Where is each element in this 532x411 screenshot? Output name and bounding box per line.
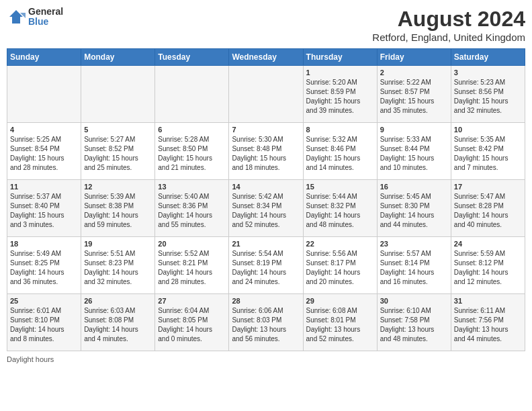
day-info: Sunrise: 5:22 AM Sunset: 8:57 PM Dayligh… [380, 78, 448, 116]
calendar-cell: 8Sunrise: 5:32 AM Sunset: 8:46 PM Daylig… [303, 123, 377, 180]
day-number: 23 [380, 240, 448, 248]
calendar-cell: 3Sunrise: 5:23 AM Sunset: 8:56 PM Daylig… [451, 66, 525, 123]
calendar-cell: 14Sunrise: 5:42 AM Sunset: 8:34 PM Dayli… [229, 180, 303, 237]
day-info: Sunrise: 6:11 AM Sunset: 7:56 PM Dayligh… [454, 306, 522, 344]
day-info: Sunrise: 5:59 AM Sunset: 8:12 PM Dayligh… [454, 249, 522, 287]
day-info: Sunrise: 5:25 AM Sunset: 8:54 PM Dayligh… [10, 135, 78, 173]
calendar-cell: 17Sunrise: 5:47 AM Sunset: 8:28 PM Dayli… [451, 180, 525, 237]
calendar-cell: 16Sunrise: 5:45 AM Sunset: 8:30 PM Dayli… [377, 180, 451, 237]
day-info: Sunrise: 5:35 AM Sunset: 8:42 PM Dayligh… [454, 135, 522, 173]
day-info: Sunrise: 5:49 AM Sunset: 8:25 PM Dayligh… [10, 249, 78, 287]
day-info: Sunrise: 6:08 AM Sunset: 8:01 PM Dayligh… [306, 306, 374, 344]
day-info: Sunrise: 5:33 AM Sunset: 8:44 PM Dayligh… [380, 135, 448, 173]
day-number: 26 [84, 297, 152, 305]
day-number: 31 [454, 297, 522, 305]
calendar-cell: 20Sunrise: 5:52 AM Sunset: 8:21 PM Dayli… [155, 237, 229, 294]
day-number: 2 [380, 68, 448, 77]
month-year: August 2024 [372, 7, 525, 32]
calendar-cell: 27Sunrise: 6:04 AM Sunset: 8:05 PM Dayli… [155, 294, 229, 351]
calendar-cell: 31Sunrise: 6:11 AM Sunset: 7:56 PM Dayli… [451, 294, 525, 351]
day-number: 14 [232, 183, 300, 191]
footer-text: Daylight hours [7, 355, 54, 363]
day-info: Sunrise: 5:51 AM Sunset: 8:23 PM Dayligh… [84, 249, 152, 287]
calendar-header: SundayMondayTuesdayWednesdayThursdayFrid… [7, 49, 525, 66]
day-info: Sunrise: 5:23 AM Sunset: 8:56 PM Dayligh… [454, 78, 522, 116]
day-info: Sunrise: 5:47 AM Sunset: 8:28 PM Dayligh… [454, 192, 522, 230]
calendar-week: 1Sunrise: 5:20 AM Sunset: 8:59 PM Daylig… [7, 66, 525, 123]
calendar-cell: 4Sunrise: 5:25 AM Sunset: 8:54 PM Daylig… [7, 123, 81, 180]
day-number: 19 [84, 240, 152, 248]
day-info: Sunrise: 5:42 AM Sunset: 8:34 PM Dayligh… [232, 192, 300, 230]
day-info: Sunrise: 5:45 AM Sunset: 8:30 PM Dayligh… [380, 192, 448, 230]
logo-blue: Blue [28, 17, 63, 27]
calendar-week: 25Sunrise: 6:01 AM Sunset: 8:10 PM Dayli… [7, 294, 525, 351]
day-number: 20 [158, 240, 226, 248]
header-day: Friday [377, 49, 451, 66]
calendar-cell: 30Sunrise: 6:10 AM Sunset: 7:58 PM Dayli… [377, 294, 451, 351]
day-number: 11 [10, 183, 78, 191]
calendar-table: SundayMondayTuesdayWednesdayThursdayFrid… [7, 48, 525, 351]
day-number: 25 [10, 297, 78, 305]
calendar-cell: 29Sunrise: 6:08 AM Sunset: 8:01 PM Dayli… [303, 294, 377, 351]
day-number: 6 [158, 126, 226, 134]
day-number: 27 [158, 297, 226, 305]
calendar-cell: 28Sunrise: 6:06 AM Sunset: 8:03 PM Dayli… [229, 294, 303, 351]
day-info: Sunrise: 5:44 AM Sunset: 8:32 PM Dayligh… [306, 192, 374, 230]
calendar-cell: 6Sunrise: 5:28 AM Sunset: 8:50 PM Daylig… [155, 123, 229, 180]
logo-general: General [28, 7, 63, 17]
footer-note: Daylight hours [7, 355, 525, 363]
calendar-cell [81, 66, 155, 123]
calendar-cell: 25Sunrise: 6:01 AM Sunset: 8:10 PM Dayli… [7, 294, 81, 351]
logo-icon [7, 7, 26, 26]
header-day: Saturday [451, 49, 525, 66]
day-number: 28 [232, 297, 300, 305]
day-number: 16 [380, 183, 448, 191]
day-info: Sunrise: 6:10 AM Sunset: 7:58 PM Dayligh… [380, 306, 448, 344]
day-info: Sunrise: 5:32 AM Sunset: 8:46 PM Dayligh… [306, 135, 374, 173]
svg-marker-0 [9, 10, 23, 24]
calendar-week: 11Sunrise: 5:37 AM Sunset: 8:40 PM Dayli… [7, 180, 525, 237]
calendar-cell: 2Sunrise: 5:22 AM Sunset: 8:57 PM Daylig… [377, 66, 451, 123]
calendar-cell: 13Sunrise: 5:40 AM Sunset: 8:36 PM Dayli… [155, 180, 229, 237]
day-number: 17 [454, 183, 522, 191]
calendar-cell: 1Sunrise: 5:20 AM Sunset: 8:59 PM Daylig… [303, 66, 377, 123]
day-info: Sunrise: 5:20 AM Sunset: 8:59 PM Dayligh… [306, 78, 374, 116]
day-info: Sunrise: 5:28 AM Sunset: 8:50 PM Dayligh… [158, 135, 226, 173]
day-number: 5 [84, 126, 152, 134]
day-info: Sunrise: 5:27 AM Sunset: 8:52 PM Dayligh… [84, 135, 152, 173]
day-number: 21 [232, 240, 300, 248]
calendar-cell: 22Sunrise: 5:56 AM Sunset: 8:17 PM Dayli… [303, 237, 377, 294]
header-day: Tuesday [155, 49, 229, 66]
calendar-cell [229, 66, 303, 123]
day-number: 30 [380, 297, 448, 305]
calendar-cell: 5Sunrise: 5:27 AM Sunset: 8:52 PM Daylig… [81, 123, 155, 180]
day-number: 10 [454, 126, 522, 134]
calendar-cell: 7Sunrise: 5:30 AM Sunset: 8:48 PM Daylig… [229, 123, 303, 180]
day-number: 13 [158, 183, 226, 191]
day-info: Sunrise: 6:04 AM Sunset: 8:05 PM Dayligh… [158, 306, 226, 344]
day-number: 24 [454, 240, 522, 248]
day-number: 3 [454, 68, 522, 77]
page-header: General Blue August 2024 Retford, Englan… [7, 7, 525, 43]
calendar-week: 18Sunrise: 5:49 AM Sunset: 8:25 PM Dayli… [7, 237, 525, 294]
calendar-cell: 9Sunrise: 5:33 AM Sunset: 8:44 PM Daylig… [377, 123, 451, 180]
header-day: Wednesday [229, 49, 303, 66]
calendar-cell: 21Sunrise: 5:54 AM Sunset: 8:19 PM Dayli… [229, 237, 303, 294]
header-day: Monday [81, 49, 155, 66]
calendar-cell: 15Sunrise: 5:44 AM Sunset: 8:32 PM Dayli… [303, 180, 377, 237]
day-info: Sunrise: 6:03 AM Sunset: 8:08 PM Dayligh… [84, 306, 152, 344]
day-number: 15 [306, 183, 374, 191]
day-info: Sunrise: 5:40 AM Sunset: 8:36 PM Dayligh… [158, 192, 226, 230]
day-number: 4 [10, 126, 78, 134]
header-day: Thursday [303, 49, 377, 66]
calendar-cell: 10Sunrise: 5:35 AM Sunset: 8:42 PM Dayli… [451, 123, 525, 180]
day-info: Sunrise: 5:37 AM Sunset: 8:40 PM Dayligh… [10, 192, 78, 230]
location: Retford, England, United Kingdom [372, 32, 525, 43]
day-info: Sunrise: 5:30 AM Sunset: 8:48 PM Dayligh… [232, 135, 300, 173]
day-info: Sunrise: 6:06 AM Sunset: 8:03 PM Dayligh… [232, 306, 300, 344]
day-info: Sunrise: 5:57 AM Sunset: 8:14 PM Dayligh… [380, 249, 448, 287]
day-number: 1 [306, 68, 374, 77]
header-day: Sunday [7, 49, 81, 66]
day-info: Sunrise: 5:56 AM Sunset: 8:17 PM Dayligh… [306, 249, 374, 287]
calendar-cell: 26Sunrise: 6:03 AM Sunset: 8:08 PM Dayli… [81, 294, 155, 351]
